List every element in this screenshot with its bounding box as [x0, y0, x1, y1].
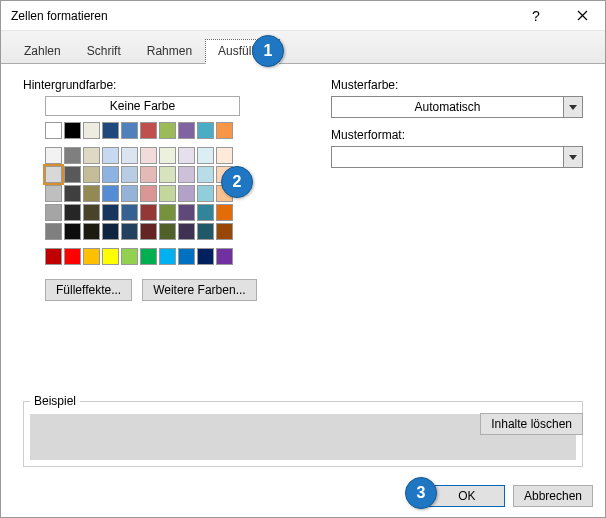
color-swatch[interactable] [121, 185, 138, 202]
tint-color-row [45, 223, 583, 240]
tab-schrift[interactable]: Schrift [74, 39, 134, 64]
tint-color-row [45, 185, 583, 202]
color-swatch[interactable] [178, 248, 195, 265]
tint-color-row [45, 204, 583, 221]
color-swatch[interactable] [121, 147, 138, 164]
color-swatch[interactable] [140, 223, 157, 240]
titlebar: Zellen formatieren ? [1, 1, 605, 31]
color-swatch[interactable] [45, 166, 62, 183]
color-swatch[interactable] [140, 122, 157, 139]
content-panel: Hintergrundfarbe: Keine Farbe Fülleffekt… [1, 64, 605, 470]
color-swatch[interactable] [121, 166, 138, 183]
color-swatch[interactable] [83, 122, 100, 139]
color-swatch[interactable] [159, 166, 176, 183]
color-swatch[interactable] [45, 248, 62, 265]
color-swatch[interactable] [64, 122, 81, 139]
tab-rahmen[interactable]: Rahmen [134, 39, 205, 64]
color-swatch[interactable] [121, 122, 138, 139]
color-swatch[interactable] [83, 185, 100, 202]
tab-zahlen[interactable]: Zahlen [11, 39, 74, 64]
sample-legend: Beispiel [30, 394, 80, 408]
fill-effects-button[interactable]: Fülleffekte... [45, 279, 132, 301]
pattern-format-value [331, 146, 563, 168]
chevron-down-icon [569, 155, 577, 160]
color-swatch[interactable] [83, 248, 100, 265]
color-swatch[interactable] [216, 223, 233, 240]
color-swatch[interactable] [216, 147, 233, 164]
color-swatch[interactable] [64, 166, 81, 183]
standard-color-row [45, 248, 583, 265]
color-swatch[interactable] [102, 204, 119, 221]
help-button[interactable]: ? [513, 1, 559, 31]
color-swatch[interactable] [159, 204, 176, 221]
callout-3: 3 [405, 477, 437, 509]
cancel-button[interactable]: Abbrechen [513, 485, 593, 507]
ok-button[interactable]: OK [429, 485, 505, 507]
color-swatch[interactable] [83, 223, 100, 240]
color-swatch[interactable] [159, 147, 176, 164]
color-swatch[interactable] [83, 166, 100, 183]
color-swatch[interactable] [159, 223, 176, 240]
no-color-button[interactable]: Keine Farbe [45, 96, 240, 116]
window-title: Zellen formatieren [11, 9, 513, 23]
color-swatch[interactable] [64, 204, 81, 221]
color-swatch[interactable] [102, 248, 119, 265]
pattern-color-dropdown-button[interactable] [563, 96, 583, 118]
color-swatch[interactable] [159, 185, 176, 202]
callout-1: 1 [252, 35, 284, 67]
tabs-bar: Zahlen Schrift Rahmen Ausfüllen [1, 31, 605, 64]
color-swatch[interactable] [140, 204, 157, 221]
color-swatch[interactable] [197, 223, 214, 240]
pattern-format-combo[interactable] [331, 146, 583, 168]
color-swatch[interactable] [102, 147, 119, 164]
color-swatch[interactable] [45, 147, 62, 164]
color-swatch[interactable] [197, 166, 214, 183]
color-swatch[interactable] [45, 204, 62, 221]
color-swatch[interactable] [140, 248, 157, 265]
pattern-color-combo[interactable]: Automatisch [331, 96, 583, 118]
clear-contents-button[interactable]: Inhalte löschen [480, 413, 583, 435]
color-swatch[interactable] [140, 185, 157, 202]
color-swatch[interactable] [140, 166, 157, 183]
color-swatch[interactable] [216, 122, 233, 139]
color-swatch[interactable] [64, 248, 81, 265]
more-colors-button[interactable]: Weitere Farben... [142, 279, 256, 301]
color-swatch[interactable] [178, 223, 195, 240]
pattern-format-label: Musterformat: [331, 128, 583, 142]
color-swatch[interactable] [83, 147, 100, 164]
callout-2: 2 [221, 166, 253, 198]
color-swatch[interactable] [178, 147, 195, 164]
color-swatch[interactable] [197, 204, 214, 221]
color-swatch[interactable] [140, 147, 157, 164]
color-swatch[interactable] [197, 185, 214, 202]
color-swatch[interactable] [102, 185, 119, 202]
color-swatch[interactable] [45, 223, 62, 240]
color-swatch[interactable] [102, 166, 119, 183]
color-swatch[interactable] [197, 147, 214, 164]
color-swatch[interactable] [197, 248, 214, 265]
color-swatch[interactable] [216, 248, 233, 265]
color-swatch[interactable] [178, 204, 195, 221]
color-swatch[interactable] [121, 223, 138, 240]
color-swatch[interactable] [102, 122, 119, 139]
color-swatch[interactable] [45, 185, 62, 202]
close-icon [577, 10, 588, 21]
pattern-color-value: Automatisch [331, 96, 563, 118]
close-button[interactable] [559, 1, 605, 31]
color-swatch[interactable] [121, 204, 138, 221]
color-swatch[interactable] [64, 223, 81, 240]
color-swatch[interactable] [197, 122, 214, 139]
color-swatch[interactable] [178, 166, 195, 183]
color-swatch[interactable] [45, 122, 62, 139]
color-swatch[interactable] [102, 223, 119, 240]
color-swatch[interactable] [216, 204, 233, 221]
color-swatch[interactable] [64, 185, 81, 202]
color-swatch[interactable] [64, 147, 81, 164]
color-swatch[interactable] [83, 204, 100, 221]
color-swatch[interactable] [121, 248, 138, 265]
color-swatch[interactable] [159, 248, 176, 265]
color-swatch[interactable] [178, 185, 195, 202]
color-swatch[interactable] [178, 122, 195, 139]
color-swatch[interactable] [159, 122, 176, 139]
pattern-format-dropdown-button[interactable] [563, 146, 583, 168]
